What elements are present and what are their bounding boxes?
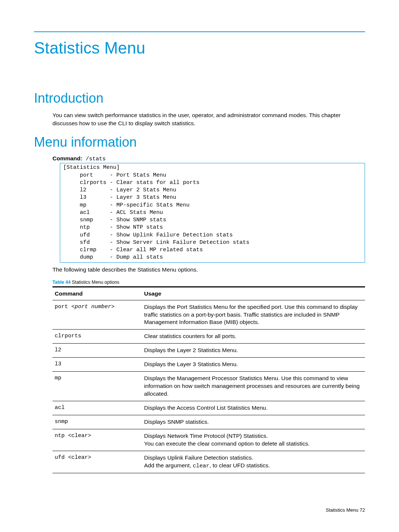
usage-cell: Clear statistics counters for all ports. [142,330,365,344]
table-row: l2 Displays the Layer 2 Statistics Menu. [52,344,365,358]
usage-cell: Displays the Management Processor Statis… [142,372,365,401]
section-title-introduction: Introduction [34,91,365,106]
cmd-cell: snmp [52,415,142,429]
command-value: /stats [82,156,106,162]
cmd-cell: clrports [52,330,142,344]
usage-mono: clear [193,463,209,469]
intro-body: You can view switch performance statisti… [52,111,365,127]
usage-line-part: , to clear UFD statistics. [209,462,270,468]
statistics-menu-options-table: Command Usage port <port number> Display… [52,286,365,473]
page-footer: Statistics Menu 72 [326,507,365,513]
command-label: Command: [52,155,82,161]
usage-line: Displays Uplink Failure Detection statis… [144,454,253,461]
top-rule [34,31,365,32]
usage-cell: Displays the Layer 2 Statistics Menu. [142,344,365,358]
table-row: port <port number> Displays the Port Sta… [52,300,365,330]
section-title-menu-information: Menu information [34,134,365,150]
statistics-menu-code-block: [Statistics Menu] port - Port Stats Menu… [60,163,365,262]
cmd-cell: acl [52,401,142,415]
table-header-usage: Usage [142,287,365,300]
usage-line: You can execute the clear command option… [144,440,310,447]
usage-cell: Displays Network Time Protocol (NTP) Sta… [142,429,365,451]
after-box-text: The following table describes the Statis… [52,266,365,273]
table-row: ufd <clear> Displays Uplink Failure Dete… [52,451,365,473]
table-row: l3 Displays the Layer 3 Statistics Menu. [52,358,365,372]
table-caption-label: Table 44 [52,280,71,285]
table-caption-text: Statistics Menu options [71,280,119,285]
table-row: ntp <clear> Displays Network Time Protoc… [52,429,365,451]
usage-cell: Displays SNMP statistics. [142,415,365,429]
command-line: Command: /stats [52,155,365,162]
cmd-cell: mp [52,372,142,401]
table-caption: Table 44 Statistics Menu options [52,280,365,285]
cmd-cell: l3 [52,358,142,372]
table-row: snmp Displays SNMP statistics. [52,415,365,429]
cmd-cell: port <port number> [52,300,142,330]
usage-cell: Displays the Port Statistics Menu for th… [142,300,365,330]
cmd-cell: l2 [52,344,142,358]
usage-line: Displays Network Time Protocol (NTP) Sta… [144,433,268,439]
usage-line-part: Add the argument, [144,462,193,468]
usage-cell: Displays the Access Control List Statist… [142,401,365,415]
table-row: acl Displays the Access Control List Sta… [52,401,365,415]
table-row: clrports Clear statistics counters for a… [52,330,365,344]
cmd-prefix: port [55,304,71,310]
cmd-cell: ufd <clear> [52,451,142,473]
table-header-command: Command [52,287,142,300]
usage-cell: Displays the Layer 3 Statistics Menu. [142,358,365,372]
usage-cell: Displays Uplink Failure Detection statis… [142,451,365,473]
table-row: mp Displays the Management Processor Sta… [52,372,365,401]
cmd-cell: ntp <clear> [52,429,142,451]
chapter-title: Statistics Menu [34,39,365,57]
cmd-arg: <port number> [71,304,115,310]
table-header-row: Command Usage [52,287,365,300]
